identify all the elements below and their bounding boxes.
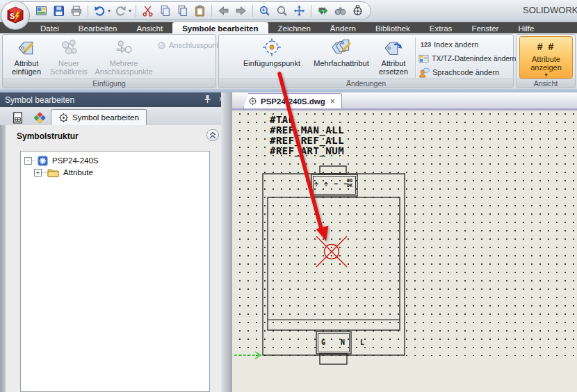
attribute-anzeigen-button[interactable]: # # Attribute anzeigen ▾ bbox=[519, 36, 573, 79]
redo-button[interactable] bbox=[113, 3, 128, 18]
ribbon-group-ansicht: # # Attribute anzeigen ▾ Ansicht bbox=[516, 34, 576, 88]
save-icon bbox=[53, 5, 65, 17]
snap-settings-button[interactable] bbox=[350, 3, 365, 18]
symbol-top-tab bbox=[320, 166, 346, 174]
zoom-window-button[interactable] bbox=[257, 3, 272, 18]
copy-icon bbox=[159, 5, 171, 17]
menu-item-bearbeiten[interactable]: Bearbeiten bbox=[69, 22, 127, 33]
binoculars-icon bbox=[334, 5, 346, 17]
toolbar-separator bbox=[311, 5, 311, 17]
neuer-schaltkreis-label: Neuer Schaltkreis bbox=[47, 59, 90, 76]
mehrfachattribut-button[interactable]: Mehrfachattribut bbox=[307, 37, 376, 79]
left-panel-title: Symbol bearbeiten bbox=[5, 95, 74, 105]
menu-item-extras[interactable]: Extras bbox=[420, 22, 462, 33]
window-title: SOLIDWORK bbox=[523, 5, 577, 17]
new-drawing-button[interactable] bbox=[34, 3, 49, 18]
attribut-ersetzen-label: Attribut ersetzen bbox=[376, 59, 411, 76]
einfuegungspunkt-button[interactable]: Einfügungspunkt bbox=[237, 37, 307, 79]
tab-symbol-bearbeiten[interactable]: Symbol bearbeiten bbox=[51, 109, 147, 125]
insertion-point-icon bbox=[262, 38, 282, 57]
copy-button[interactable] bbox=[158, 3, 172, 18]
attribut-ersetzen-button[interactable]: Attribut ersetzen bbox=[376, 37, 411, 79]
collapse-expander[interactable]: - bbox=[24, 157, 32, 165]
redo-dropdown[interactable]: ▾ bbox=[129, 8, 131, 14]
attribut-einfuegen-label: Attribut einfügen bbox=[6, 59, 47, 76]
toolbar-separator bbox=[136, 5, 136, 17]
top-terminal-box bbox=[311, 174, 357, 196]
document-tab-label: PSP24-240S.dwg bbox=[261, 97, 325, 106]
cut-button[interactable] bbox=[140, 3, 155, 18]
circuit-spheres-icon bbox=[59, 38, 79, 57]
customize-toolbar-button[interactable]: ▬▾ bbox=[317, 6, 327, 15]
toolbar-separator bbox=[252, 5, 253, 17]
tree-root-label[interactable]: PSP24-240S bbox=[52, 156, 99, 165]
tree-node-attribute[interactable]: + Attribute bbox=[34, 167, 93, 178]
pan-button[interactable] bbox=[292, 3, 307, 18]
save-button[interactable] bbox=[51, 3, 66, 18]
forward-button[interactable] bbox=[234, 3, 248, 18]
symbol-gear-icon bbox=[58, 113, 69, 123]
tab-components[interactable] bbox=[29, 109, 51, 125]
tree-connector bbox=[42, 172, 47, 173]
menu-item-datei[interactable]: Datei bbox=[31, 22, 69, 33]
attribut-einfuegen-button[interactable]: Attribut einfügen bbox=[6, 37, 47, 79]
menu-item-bibliothek[interactable]: Bibliothek bbox=[366, 22, 420, 33]
left-panel-tabs: Symbol bearbeiten bbox=[0, 107, 229, 125]
menu-item-fenster[interactable]: Fenster bbox=[462, 22, 508, 33]
document-tab[interactable]: PSP24-240S.dwg × bbox=[243, 93, 342, 108]
magnifier-icon bbox=[276, 5, 288, 17]
app-logo[interactable]: S bbox=[1, 1, 30, 30]
menu-item-hilfe[interactable]: Hilfe bbox=[508, 22, 544, 33]
undo-icon bbox=[94, 5, 106, 17]
chevron-down-icon: ▾ bbox=[544, 72, 547, 78]
zoom-button[interactable] bbox=[275, 3, 289, 18]
symbol-structure-tree[interactable]: - PSP24-240S + Attribute bbox=[20, 151, 210, 392]
active-tab-label: Symbol bearbeiten bbox=[72, 113, 139, 122]
top-terminal-box-inner bbox=[314, 177, 356, 195]
collapse-section-button[interactable] bbox=[206, 129, 219, 141]
image-icon bbox=[35, 5, 47, 17]
menu-tab-symbole-bearbeiten[interactable]: Symbole bearbeiten bbox=[172, 22, 268, 33]
symbol-inner-rect bbox=[268, 197, 400, 330]
print-button[interactable] bbox=[69, 3, 83, 18]
symbol-outer-rect bbox=[263, 174, 405, 355]
search-button[interactable] bbox=[333, 3, 348, 18]
menu-item-aendern[interactable]: Ändern bbox=[320, 22, 366, 33]
mehrere-anschlusspunkte-button: Mehrere Anschlusspunkte bbox=[90, 37, 157, 79]
back-button[interactable] bbox=[216, 3, 231, 18]
menu-item-ansicht[interactable]: Ansicht bbox=[127, 22, 172, 33]
index-aendern-button[interactable]: 123 Index ändern bbox=[421, 38, 478, 51]
mehrere-anschlusspunkte-label: Mehrere Anschlusspunkte bbox=[90, 59, 157, 76]
paste-button[interactable] bbox=[193, 3, 207, 18]
undo-dropdown[interactable]: ▾ bbox=[108, 8, 111, 14]
arrow-right-icon bbox=[235, 5, 247, 17]
toolbar-separator bbox=[211, 5, 212, 17]
datenindex-aendern-button[interactable]: TX/TZ-Datenindex ändern bbox=[418, 52, 516, 65]
bottom-terminal-box bbox=[316, 332, 351, 354]
copy-with-point-button[interactable] bbox=[175, 3, 190, 18]
copy-special-icon bbox=[177, 5, 188, 17]
tree-child-label[interactable]: Attribute bbox=[63, 168, 93, 177]
sprachcode-aendern-label: Sprachcode ändern bbox=[432, 68, 499, 76]
origin-axis-arrow bbox=[234, 352, 261, 359]
123-icon: 123 bbox=[421, 41, 431, 48]
close-tab-icon[interactable]: × bbox=[330, 97, 335, 106]
symbol-drawing bbox=[234, 110, 577, 392]
sprachcode-aendern-button[interactable]: Sprachcode ändern bbox=[419, 66, 499, 79]
terminal-sphere-icon bbox=[157, 41, 166, 50]
pin-icon[interactable] bbox=[204, 95, 211, 104]
expand-expander[interactable]: + bbox=[34, 169, 42, 177]
panel-splitter[interactable] bbox=[221, 92, 232, 392]
tree-connector bbox=[32, 161, 38, 161]
group-caption-einfuegung: Einfügung bbox=[3, 79, 216, 88]
undo-button[interactable] bbox=[92, 3, 107, 18]
menu-item-zeichnen[interactable]: Zeichnen bbox=[268, 22, 320, 33]
insertion-point-marker bbox=[316, 236, 347, 267]
data-index-icon bbox=[418, 54, 429, 63]
ribbon-group-aenderungen: Einfügungspunkt Mehrfachattribut Attribu… bbox=[218, 34, 514, 88]
tree-node-root[interactable]: - PSP24-240S bbox=[24, 155, 99, 166]
left-window-edge bbox=[0, 125, 6, 392]
tab-drawing[interactable] bbox=[7, 109, 29, 125]
zoom-window-icon bbox=[259, 5, 270, 17]
left-panel-titlebar: Symbol bearbeiten × bbox=[0, 92, 229, 107]
